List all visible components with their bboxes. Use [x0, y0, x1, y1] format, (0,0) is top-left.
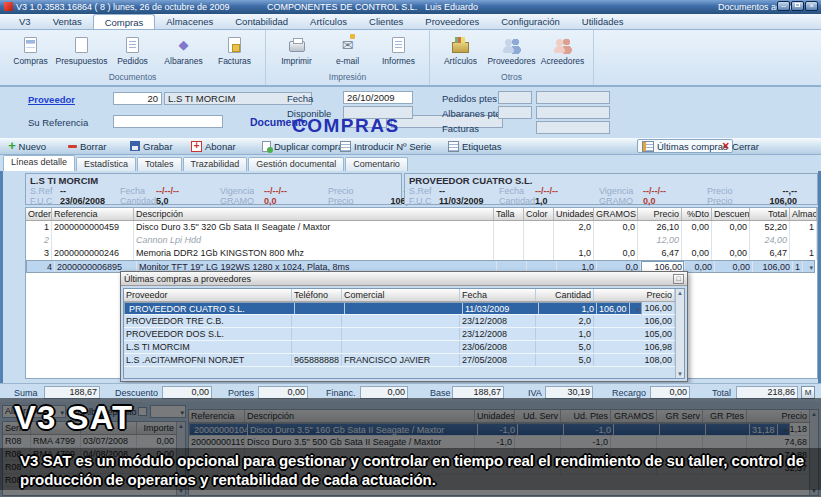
column-header[interactable]: %Dto: [682, 208, 712, 220]
ribbon-albaranes-button[interactable]: ◆Albaranes: [159, 33, 208, 72]
column-header[interactable]: Unidades: [554, 208, 594, 220]
cerrar-button[interactable]: ×Cerrar: [722, 139, 759, 153]
menu-almacenes[interactable]: Almacenes: [155, 14, 224, 29]
table-cell: [524, 221, 554, 234]
borrar-button[interactable]: Borrar: [68, 139, 106, 153]
column-header[interactable]: Precio: [594, 289, 675, 301]
ultimas-compras-button[interactable]: Últimas compras: [637, 139, 733, 153]
column-header[interactable]: Talla: [494, 208, 524, 220]
etiquetas-button[interactable]: Etiquetas: [448, 139, 502, 153]
descuento-label: Descuento: [115, 388, 158, 398]
abonar-button[interactable]: +Abonar: [191, 139, 236, 153]
ribbon-acreedores-button[interactable]: Acreedores: [538, 33, 587, 72]
column-header[interactable]: Proveedor: [124, 289, 292, 301]
table-row[interactable]: 2Cannon Lpi Hdd12,0024,00: [26, 234, 817, 247]
popup-title-bar[interactable]: Últimas compras a proveedores □: [121, 272, 687, 286]
ribbon: Compras Presupuestos Pedidos ◆Albaranes …: [0, 30, 821, 87]
menu-configuracion[interactable]: Configuración: [490, 14, 571, 29]
table-cell: 965888888: [292, 354, 342, 366]
pedidos-ptes-field-2[interactable]: [536, 91, 610, 104]
table-row[interactable]: 12000000000459Disco Duro 3.5" 320 Gb Sat…: [26, 221, 817, 234]
menu-v3[interactable]: V3: [8, 14, 42, 29]
fecha-field[interactable]: 26/10/2009: [343, 91, 413, 104]
table-cell: [342, 315, 460, 327]
crate-icon: [452, 42, 469, 53]
table-row[interactable]: L.S .ACITAMROFNI NORJET965888888FRANCISC…: [124, 354, 675, 367]
su-referencia-field[interactable]: [113, 115, 223, 128]
ribbon-articulos-button[interactable]: Artículos: [436, 33, 485, 72]
table-cell: Disco Duro 3.5" 320 Gb Sata II Seagate /…: [134, 221, 494, 234]
close-button[interactable]: ×: [805, 1, 818, 11]
compras-title: COMPRAS: [292, 115, 400, 137]
invoice-icon: [228, 37, 241, 53]
table-cell: [494, 234, 524, 247]
scroll-down-icon[interactable]: ▼: [676, 370, 684, 378]
minimize-button[interactable]: –: [777, 1, 790, 11]
people-pink-icon: [554, 36, 572, 54]
recargo-label: Recargo: [612, 388, 646, 398]
tab-gestion-documental[interactable]: Gestión documental: [248, 157, 344, 171]
menu-ventas[interactable]: Ventas: [42, 14, 93, 29]
menu-contabilidad[interactable]: Contabilidad: [224, 14, 299, 29]
column-header[interactable]: Almacén: [790, 208, 817, 220]
column-header[interactable]: Referencia: [52, 208, 134, 220]
proveedor-code-field[interactable]: 20: [113, 92, 162, 105]
table-cell: 0,00: [682, 247, 712, 260]
table-row[interactable]: 32000000000246Memoria DDR2 1Gb KINGSTON …: [26, 247, 817, 260]
duplicar-compra-button[interactable]: Duplicar compra: [262, 139, 343, 153]
ribbon-pedidos-button[interactable]: Pedidos: [108, 33, 157, 72]
tab-comentario[interactable]: Comentario: [345, 157, 408, 171]
tab-estadistica[interactable]: Estadística: [76, 157, 136, 171]
tab-trazabilidad[interactable]: Trazabilidad: [183, 157, 248, 171]
column-header[interactable]: Descripción: [134, 208, 494, 220]
column-header[interactable]: Total: [750, 208, 790, 220]
ribbon-facturas-button[interactable]: Facturas: [210, 33, 259, 72]
facturas-field[interactable]: [536, 121, 610, 134]
scroll-up-icon[interactable]: ▲: [676, 289, 684, 297]
nuevo-button[interactable]: +Nuevo: [8, 139, 46, 153]
column-header[interactable]: Color: [524, 208, 554, 220]
title-date: lunes, 26 de octubre de 2009: [113, 2, 230, 12]
albaranes-ptes-field-2[interactable]: [536, 106, 610, 119]
albaranes-ptes-field-1[interactable]: [498, 106, 532, 119]
ribbon-imprimir-button[interactable]: Imprimir: [272, 33, 321, 72]
grabar-button[interactable]: Grabar: [130, 139, 173, 153]
menu-articulos[interactable]: Artículos: [299, 14, 358, 29]
table-cell: 11/03/2009: [463, 303, 539, 314]
ribbon-compras-button[interactable]: Compras: [6, 33, 55, 72]
popup-scrollbar[interactable]: ▲▼: [675, 289, 684, 378]
restore-button[interactable]: [791, 1, 804, 11]
column-header[interactable]: Cantidad: [536, 289, 594, 301]
column-header[interactable]: Orden: [26, 208, 52, 220]
table-cell: [292, 328, 342, 340]
menu-compras[interactable]: Compras: [93, 14, 156, 29]
menu-clientes[interactable]: Clientes: [358, 14, 414, 29]
table-cell: 1,0: [554, 247, 594, 260]
table-cell: 3: [26, 247, 52, 260]
ribbon-presupuestos-button[interactable]: Presupuestos: [57, 33, 106, 72]
table-row[interactable]: PROVEEDOR TRE C.B.23/12/20082,0106,00: [124, 315, 675, 328]
pedidos-ptes-field-1[interactable]: [498, 91, 532, 104]
popup-close-icon[interactable]: □: [673, 274, 684, 284]
table-cell: 106,00: [753, 261, 793, 272]
table-row[interactable]: PROVEEDOR DOS S.L.23/12/20081,0105,00: [124, 328, 675, 341]
proveedor-link[interactable]: Proveedor: [28, 94, 75, 105]
column-header[interactable]: Fecha: [460, 289, 536, 301]
table-cell: 1: [793, 261, 803, 272]
table-row[interactable]: L.S TI MORCIM23/06/20085,0106,98: [124, 341, 675, 354]
menu-utilidades[interactable]: Utilidades: [571, 14, 635, 29]
tab-totales[interactable]: Totales: [137, 157, 182, 171]
column-header[interactable]: Precio: [638, 208, 682, 220]
column-header[interactable]: Descuento: [712, 208, 750, 220]
ribbon-email-button[interactable]: ✉e-mail: [323, 33, 372, 72]
introducir-serie-button[interactable]: Introducir Nº Serie: [340, 139, 431, 153]
ribbon-group-otros: Artículos Proveedores Acreedores Otros: [430, 30, 594, 85]
ribbon-informes-button[interactable]: Informes: [374, 33, 423, 72]
column-header[interactable]: GRAMOS: [594, 208, 638, 220]
ribbon-proveedores-button[interactable]: Proveedores: [487, 33, 536, 72]
column-header[interactable]: Comercial: [342, 289, 460, 301]
column-header[interactable]: Teléfono: [292, 289, 342, 301]
table-row[interactable]: PROVEEDOR CUATRO S.L.11/03/20091,0106,00: [124, 302, 642, 315]
menu-proveedores[interactable]: Proveedores: [414, 14, 490, 29]
tab-lineas-detalle[interactable]: Líneas detalle: [3, 155, 75, 171]
